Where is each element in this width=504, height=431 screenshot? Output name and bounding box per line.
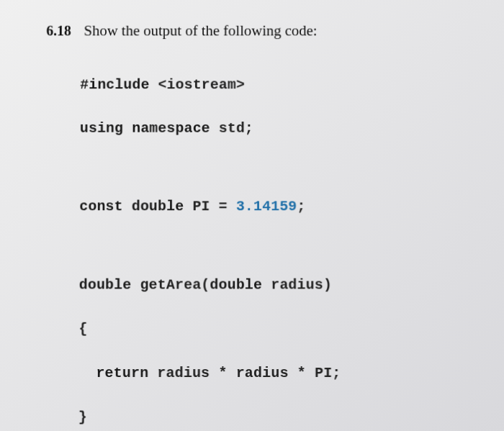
code-line: const double PI = 3.14159; xyxy=(79,196,480,217)
code-line: using namespace std; xyxy=(80,117,480,139)
question-number: 6.18 xyxy=(46,23,71,39)
code-line: #include <iostream> xyxy=(80,74,480,96)
blank-line xyxy=(79,240,480,253)
code-line: double getArea(double radius) xyxy=(79,274,481,296)
code-line: } xyxy=(78,407,482,429)
question-header: 6.18 Show the output of the following co… xyxy=(46,22,479,40)
code-line: { xyxy=(78,318,481,340)
code-line: return radius * radius * PI; xyxy=(78,362,482,384)
page-content: 6.18 Show the output of the following co… xyxy=(0,9,504,431)
code-block: #include <iostream> using namespace std;… xyxy=(75,53,486,431)
question-prompt: Show the output of the following code: xyxy=(84,22,317,40)
blank-line xyxy=(80,161,480,174)
